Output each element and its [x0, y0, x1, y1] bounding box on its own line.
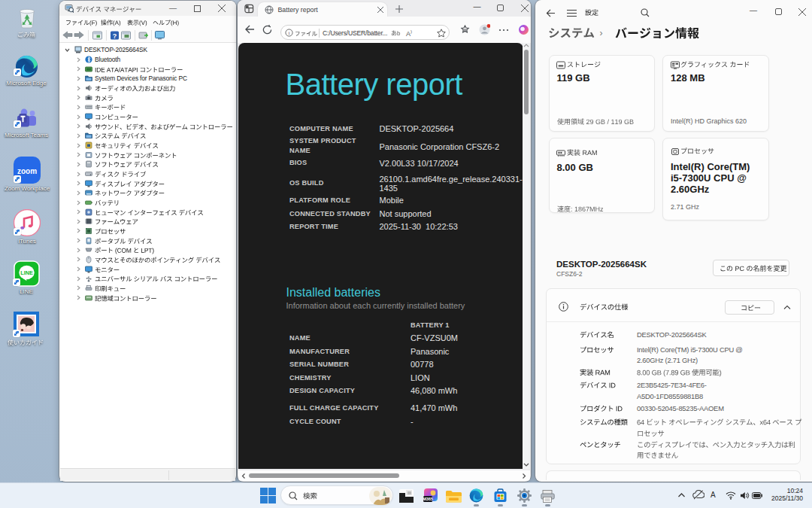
svg-text:LINE: LINE	[20, 269, 33, 276]
svg-text:i: i	[289, 29, 290, 35]
svg-text:M365: M365	[423, 497, 433, 501]
svg-text:?: ?	[113, 32, 117, 40]
svg-text:zoom: zoom	[17, 167, 37, 175]
